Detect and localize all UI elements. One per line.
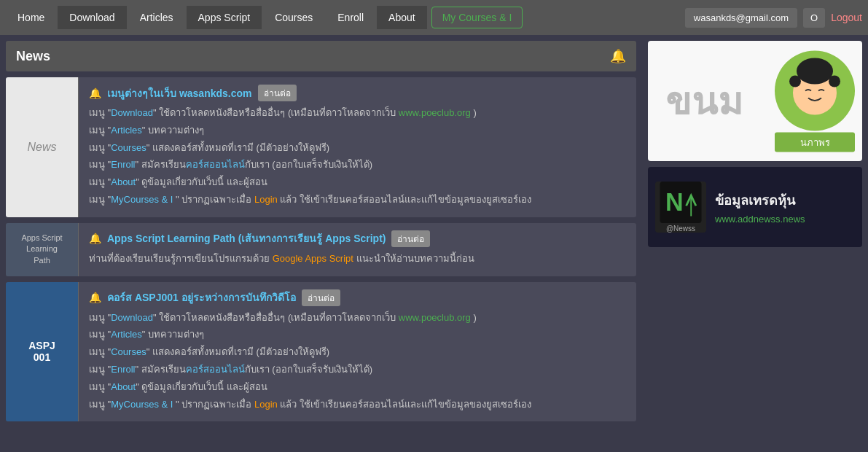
news-bell-3: 🔔: [89, 292, 101, 303]
khanom-sub: นภาพร: [775, 132, 855, 152]
main-content: News 🔔 News 🔔 เมนูต่างๆในเว็บ wasankds.c…: [0, 35, 642, 433]
news-bell-2: 🔔: [89, 233, 101, 244]
user-icon-button[interactable]: O: [803, 8, 825, 28]
news-line-1-3: เมนู "Courses" แสดงคอร์สทั้งหมดที่เรามี …: [89, 141, 626, 156]
read-more-1[interactable]: อ่านต่อ: [258, 85, 297, 101]
news-line-1-2: เมนู "Articles" บทความต่างๆ: [89, 123, 626, 139]
news-line-3-2: เมนู "Articles" บทความต่างๆ: [89, 327, 626, 343]
news-card-1: News 🔔 เมนูต่างๆในเว็บ wasankds.com อ่าน…: [6, 77, 636, 217]
news-line-2-1: ท่านที่ต้องเรียนเรียนรู้การเขียนโปรแกรมด…: [89, 252, 626, 267]
nav-enroll[interactable]: Enroll: [326, 6, 375, 29]
nav-apps-script[interactable]: Apps Script: [187, 6, 262, 29]
news-card-3: ASPJ001 🔔 คอร์ส ASPJ001 อยู่ระหว่างการบั…: [6, 282, 636, 422]
news-title-row-3: 🔔 คอร์ส ASPJ001 อยู่ระหว่างการบันทึกวิดี…: [89, 289, 626, 306]
nav-about[interactable]: About: [377, 6, 427, 29]
news-bell-1: 🔔: [89, 87, 101, 99]
news-line-3-4: เมนู "Enroll" สมัครเรียนคอร์สออนไลน์กับเ…: [89, 362, 626, 378]
news-title-row-1: 🔔 เมนูต่างๆในเว็บ wasankds.com อ่านต่อ: [89, 85, 626, 101]
news-line-1-1: เมนู "Download" ใช้ดาวโหลดหนังสือหรือสื่…: [89, 106, 626, 121]
svg-point-4: [829, 75, 840, 87]
page-layout: News 🔔 News 🔔 เมนูต่างๆในเว็บ wasankds.c…: [0, 35, 868, 433]
news-line-3-5: เมนู "About" ดูข้อมูลเกี่ยวกับเว็บนี้ แล…: [89, 380, 626, 395]
news-line-1-6: เมนู "MyCourses & I " ปรากฏเฉพาะเมื่อ Lo…: [89, 192, 626, 208]
sidebar: ขนม: [642, 35, 868, 433]
nav-articles[interactable]: Articles: [128, 6, 185, 29]
user-email: wasankds@gmail.com: [685, 8, 797, 28]
news-line-3-3: เมนู "Courses" แสดงคอร์สทั้งหมดที่เรามี …: [89, 345, 626, 360]
nav-courses[interactable]: Courses: [263, 6, 324, 29]
news-title-text-2: Apps Script Learning Path (เส้นทางการเรี…: [107, 230, 386, 246]
khanom-text: ขนม: [665, 71, 743, 131]
sidebar-ad-khanom[interactable]: ขนม: [648, 41, 862, 161]
ad2-url: www.addnewss.news: [715, 214, 855, 225]
nav-right-section: wasankds@gmail.com O Logout: [685, 8, 862, 28]
svg-point-2: [797, 58, 833, 84]
svg-point-3: [789, 75, 801, 87]
news-line-1-5: เมนู "About" ดูข้อมูลเกี่ยวกับเว็บนี้ แล…: [89, 175, 626, 190]
news-thumb-3: ASPJ001: [6, 282, 79, 422]
my-courses-button[interactable]: My Courses & I: [431, 7, 523, 28]
news-thumb-2: Apps ScriptLearningPath: [6, 223, 79, 276]
read-more-3[interactable]: อ่านต่อ: [302, 289, 340, 306]
news-body-2: 🔔 Apps Script Learning Path (เส้นทางการเ…: [79, 223, 636, 276]
news-card-2: Apps ScriptLearningPath 🔔 Apps Script Le…: [6, 223, 636, 276]
news-bell-icon: 🔔: [610, 48, 626, 64]
newss-logo: N @Newss: [655, 182, 706, 233]
news-title-text-3: คอร์ส ASPJ001 อยู่ระหว่างการบันทึกวิดีโอ: [107, 289, 296, 305]
ad2-text: ข้อมูลเทรดหุ้น www.addnewss.news: [715, 190, 855, 225]
sidebar-ad-newss[interactable]: N @Newss ข้อมูลเทรดหุ้น www.addnewss.new…: [648, 167, 862, 247]
news-header: News 🔔: [6, 41, 636, 71]
svg-text:N: N: [665, 188, 684, 216]
news-body-3: 🔔 คอร์ส ASPJ001 อยู่ระหว่างการบันทึกวิดี…: [79, 282, 636, 422]
navigation: Home Download Articles Apps Script Cours…: [0, 0, 868, 35]
news-title-text-1: เมนูต่างๆในเว็บ wasankds.com: [107, 85, 252, 101]
news-thumb-1: News: [6, 77, 79, 217]
nav-download[interactable]: Download: [58, 6, 126, 29]
news-line-3-1: เมนู "Download" ใช้ดาวโหลดหนังสือหรือสื่…: [89, 311, 626, 326]
khanom-character: นภาพร: [775, 50, 855, 152]
news-title: News: [16, 49, 50, 64]
news-line-1-4: เมนู "Enroll" สมัครเรียนคอร์สออนไลน์กับเ…: [89, 157, 626, 173]
ad2-title: ข้อมูลเทรดหุ้น: [715, 190, 855, 211]
nav-home[interactable]: Home: [6, 6, 56, 29]
read-more-2[interactable]: อ่านต่อ: [391, 230, 430, 247]
news-body-1: 🔔 เมนูต่างๆในเว็บ wasankds.com อ่านต่อ เ…: [79, 77, 636, 217]
news-line-3-6: เมนู "MyCourses & I " ปรากฏเฉพาะเมื่อ Lo…: [89, 397, 626, 413]
newss-subtext: @Newss: [666, 225, 695, 233]
news-title-row-2: 🔔 Apps Script Learning Path (เส้นทางการเ…: [89, 230, 626, 247]
logout-button[interactable]: Logout: [831, 12, 862, 23]
